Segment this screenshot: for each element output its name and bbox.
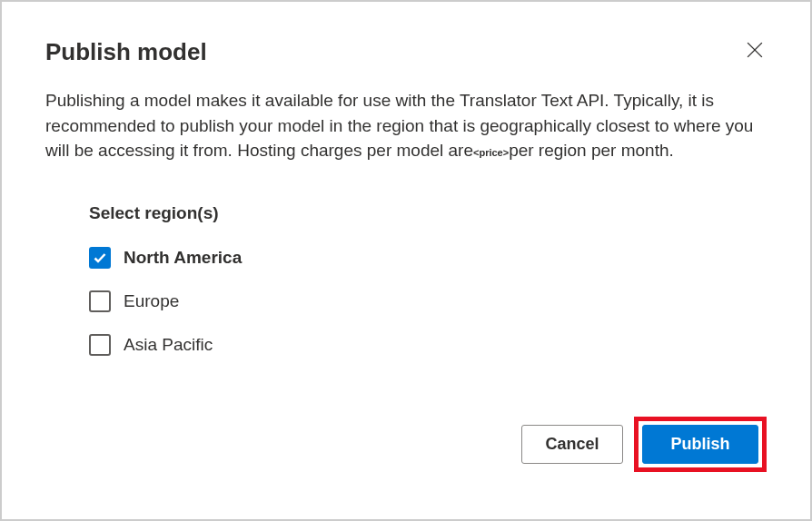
region-option-asia-pacific[interactable]: Asia Pacific bbox=[89, 334, 767, 356]
region-option-north-america[interactable]: North America bbox=[89, 247, 767, 269]
close-icon bbox=[747, 42, 763, 58]
region-label: North America bbox=[124, 248, 242, 268]
region-option-europe[interactable]: Europe bbox=[89, 290, 767, 312]
price-placeholder: <price> bbox=[473, 147, 509, 158]
publish-model-dialog: Publish model Publishing a model makes i… bbox=[2, 2, 810, 519]
region-section: Select region(s) North America Europe As… bbox=[89, 203, 767, 356]
dialog-header: Publish model bbox=[45, 38, 767, 66]
region-list: North America Europe Asia Pacific bbox=[89, 247, 767, 356]
region-label: Europe bbox=[124, 291, 179, 311]
checkmark-icon bbox=[93, 251, 107, 265]
publish-highlight: Publish bbox=[634, 417, 767, 472]
dialog-title: Publish model bbox=[45, 38, 207, 66]
cancel-button[interactable]: Cancel bbox=[521, 425, 623, 464]
publish-button[interactable]: Publish bbox=[642, 425, 758, 464]
checkbox-unchecked[interactable] bbox=[89, 290, 111, 312]
close-button[interactable] bbox=[743, 38, 767, 62]
region-label: Asia Pacific bbox=[124, 335, 213, 355]
checkbox-checked[interactable] bbox=[89, 247, 111, 269]
checkbox-unchecked[interactable] bbox=[89, 334, 111, 356]
dialog-footer: Cancel Publish bbox=[521, 417, 767, 472]
region-section-title: Select region(s) bbox=[89, 203, 767, 223]
dialog-description: Publishing a model makes it available fo… bbox=[45, 88, 767, 163]
